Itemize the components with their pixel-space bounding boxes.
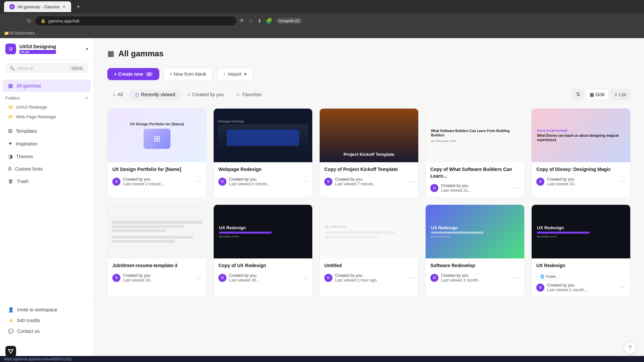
forward-button[interactable]: → — [15, 16, 23, 25]
workspace-info[interactable]: U UX/UI Designing PLUS — [5, 44, 56, 54]
card-project-kickoff[interactable]: Project Kickoff Template Copy of Project… — [319, 108, 419, 198]
card-software-redevelop[interactable]: UX Redesign By Ashley Jones Software Red… — [425, 204, 525, 297]
card-more-button[interactable]: ··· — [515, 274, 520, 281]
card-body: JobStreet-resume-template-3 U Created by… — [108, 258, 206, 287]
thumb-content: What Software Builders Can Learn From Bu… — [426, 109, 524, 162]
card-more-button[interactable]: ··· — [197, 178, 202, 185]
timestamp: Last viewed 7 minute... — [335, 182, 406, 186]
card-software-builders[interactable]: What Software Builders Can Learn From Bu… — [425, 108, 525, 198]
page-title: All gammas — [118, 49, 164, 58]
back-button[interactable]: ← — [4, 16, 12, 25]
reload-button[interactable]: ↻ — [25, 16, 33, 25]
address-bar[interactable]: 🔒 gamma.app/#all — [35, 16, 236, 25]
star-icon[interactable]: ☆ — [249, 18, 253, 24]
card-more-button[interactable]: ··· — [303, 274, 308, 281]
card-title: Copy of Disney: Designing Magic — [536, 166, 626, 173]
timestamp: Last viewed 31... — [441, 188, 512, 193]
trash-icon: 🗑 — [8, 178, 13, 184]
filter-tab-all[interactable]: ○ All — [107, 89, 128, 100]
filter-tab-created-by-you[interactable]: ○ Created by you — [182, 89, 229, 100]
card-ux-redesign-copy[interactable]: UX Redesign By Ashley Jones Copy of UX R… — [213, 204, 313, 297]
card-more-button[interactable]: ··· — [621, 284, 626, 291]
card-thumbnail: UX Redesign By Ashley Jones — [214, 205, 312, 258]
toolbar: + Create new AI + New from blank ↑ Impor… — [107, 68, 631, 80]
extension-icon[interactable]: 🧩 — [266, 18, 272, 24]
card-thumbnail: UX Redesign By Ashley Jones — [426, 205, 524, 258]
add-folder-button[interactable]: + — [85, 95, 88, 101]
card-title: Copy of UX Redesign — [218, 262, 308, 269]
created-label: Created by you — [192, 92, 224, 97]
create-new-button[interactable]: + Create new AI — [107, 68, 159, 80]
footer-item-invite[interactable]: 👤 Invite to workspace — [5, 304, 88, 315]
card-more-button[interactable]: ··· — [515, 185, 520, 192]
creator: Created by you — [547, 177, 618, 182]
address-text: gamma.app/#all — [48, 18, 79, 23]
grid-view-button[interactable]: ▦ Grid — [585, 88, 609, 100]
workspace-avatar: U — [5, 44, 16, 54]
card-body: Software Redevelop U Created by you Last… — [426, 258, 524, 287]
footer-item-contact[interactable]: 💬 Contact us — [5, 326, 88, 337]
timestamp: Last viewed 1 hour ago — [335, 278, 406, 283]
lock-icon: 🔒 — [41, 18, 46, 23]
page-title-icon: ▦ — [107, 49, 114, 58]
card-jobstreet[interactable]: JobStreet-resume-template-3 U Created by… — [107, 204, 207, 297]
sidebar-item-trash[interactable]: 🗑 Trash — [3, 175, 91, 187]
card-thumbnail: Disney Designing Magic What Disney can t… — [532, 109, 630, 162]
workspace-dropdown-icon[interactable]: ▾ — [86, 46, 88, 52]
sidebar-item-templates[interactable]: ⊞ Templates — [3, 125, 91, 137]
folder-label: Web Page Redesign — [16, 114, 56, 119]
card-title: UX Design Portfolio for [Name] — [112, 166, 202, 173]
tab-title: All gammas - Gamma — [17, 4, 60, 9]
card-webpage-redesign[interactable]: Webpage Redesign Webpage Redesign U Crea… — [213, 108, 313, 198]
folder-item-webpage[interactable]: 📁 Web Page Redesign — [5, 112, 88, 122]
tab-favicon: G — [9, 4, 15, 9]
card-ux-redesign[interactable]: UX Redesign By Ashley Jones UX Redesign … — [531, 204, 631, 297]
sidebar-item-custom-fonts[interactable]: A Custom fonts — [3, 163, 91, 175]
sort-button[interactable]: ⇅ — [572, 88, 584, 100]
card-body: Webpage Redesign U Created by you Last v… — [214, 162, 312, 191]
timestamp: Last viewed 1 month... — [441, 278, 512, 283]
avatar: U — [218, 274, 226, 282]
card-more-button[interactable]: ··· — [197, 274, 202, 281]
bookmarks-icon: 📁 — [4, 31, 9, 36]
thumb-content — [108, 205, 206, 258]
card-body: Copy of What Software Builders Can Learn… — [426, 162, 524, 197]
browser-tab[interactable]: G All gammas - Gamma ✕ — [4, 1, 71, 12]
all-tab-label: All — [117, 92, 123, 97]
card-more-button[interactable]: ··· — [409, 178, 414, 185]
card-more-button[interactable]: ··· — [303, 178, 308, 185]
card-untitled[interactable]: By Cathy Stone Untitled U Created by you… — [319, 204, 419, 297]
folders-header: Folders + — [5, 95, 88, 101]
card-title: UX Redesign — [536, 262, 626, 269]
footer-item-credits[interactable]: ⚡ 640 credits — [5, 315, 88, 326]
card-more-button[interactable]: ··· — [409, 274, 414, 281]
list-view-button[interactable]: ≡ List — [610, 88, 631, 100]
thumb-content: Project Kickoff Template — [320, 109, 418, 162]
card-more-button[interactable]: ··· — [621, 178, 626, 185]
custom-fonts-icon: A — [8, 166, 12, 172]
download-icon[interactable]: ⬇ — [257, 18, 262, 24]
import-button[interactable]: ↑ Import ▾ — [217, 68, 253, 80]
bookmarks-label: All Bookmarks — [9, 31, 35, 36]
sidebar-item-all-gammas[interactable]: ▦ All gammas — [3, 79, 91, 92]
favorites-icon: ☆ — [236, 92, 240, 97]
help-button[interactable]: ? — [624, 342, 636, 354]
new-from-blank-button[interactable]: + New from blank — [163, 68, 213, 80]
card-ux-portfolio[interactable]: UX Design Portfolio for [Name] ⊞ UX Desi… — [107, 108, 207, 198]
page-header: ▦ All gammas — [107, 49, 631, 58]
sidebar-item-themes[interactable]: ◑ Themes — [3, 150, 91, 163]
filter-tab-favorites[interactable]: ☆ Favorites — [230, 89, 267, 100]
filter-tab-recently-viewed[interactable]: ◷ Recently viewed — [129, 89, 180, 100]
card-disney[interactable]: Disney Designing Magic What Disney can t… — [531, 108, 631, 198]
search-box[interactable]: 🔍 Jump to Ctrl+K — [5, 63, 88, 73]
folder-item-uxui[interactable]: 📁 UX/UI Redesign — [5, 102, 88, 112]
card-thumbnail — [108, 205, 206, 258]
tab-close-button[interactable]: ✕ — [62, 4, 66, 9]
sidebar-item-inspiration[interactable]: ✦ Inspiration — [3, 137, 91, 150]
sidebar-search[interactable]: 🔍 Jump to Ctrl+K — [0, 60, 94, 76]
avatar: U — [430, 274, 438, 282]
favorites-label: Favorites — [242, 92, 262, 97]
new-tab-button[interactable]: + — [76, 3, 80, 11]
themes-icon: ◑ — [8, 153, 13, 160]
card-meta: U Created by you Last viewed 34... ··· — [112, 273, 202, 283]
